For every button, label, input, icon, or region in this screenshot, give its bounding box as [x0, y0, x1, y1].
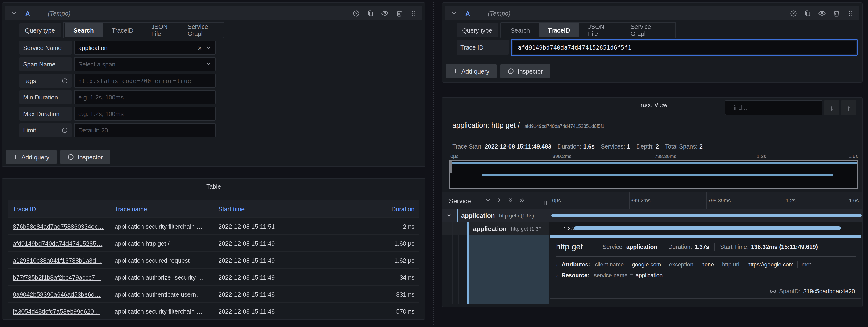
summary-value: 1 — [627, 143, 630, 150]
find-next-arrow-down-icon[interactable]: ↓ — [824, 100, 839, 115]
span-duration-bar[interactable] — [574, 226, 841, 230]
tab-service-graph[interactable]: Service Graph — [179, 23, 223, 37]
drag-grip-icon[interactable] — [847, 10, 854, 17]
add-query-button[interactable]: +Add query — [6, 150, 56, 164]
column-resize-pause-handle-icon[interactable]: || — [544, 200, 548, 205]
info-circle-icon[interactable] — [62, 127, 68, 133]
copy-icon[interactable] — [804, 10, 811, 17]
help-circle-icon[interactable] — [353, 10, 360, 17]
tick-label: 1.2s — [756, 153, 766, 159]
tab-search[interactable]: Search — [501, 23, 539, 37]
help-circle-icon[interactable] — [790, 10, 797, 17]
attr-value: https://google.com — [747, 261, 794, 268]
trace-id-link[interactable]: afd9149bd740da74d47415285… — [13, 240, 102, 247]
table-row: a129810c33a041f16738b1a3d… application s… — [8, 251, 419, 268]
span-id-label: SpanID: — [779, 288, 800, 295]
trace-id-link[interactable]: fa3054d48dcfc7a53eb99d620… — [13, 308, 100, 315]
table-row: b77f735b2f1b3af2bc479accc7… application … — [8, 268, 419, 285]
summary-label: Trace Start: — [452, 143, 483, 150]
trace-id-input[interactable]: afd9149bd740da74d474152851d6f5f1 — [513, 40, 856, 54]
add-query-button[interactable]: +Add query — [446, 64, 496, 78]
chevron-down-icon[interactable] — [206, 45, 211, 51]
timeline-minimap-brush[interactable] — [450, 160, 858, 189]
tab-service-graph[interactable]: Service Graph — [622, 23, 674, 37]
duration-cell: 1.60 µs — [317, 235, 419, 252]
trace-name-cell: application http get / — [110, 235, 214, 252]
column-header-trace-id[interactable]: Trace ID — [8, 205, 110, 212]
max-duration-input[interactable] — [74, 106, 216, 121]
double-chevron-right-icon[interactable] — [519, 197, 525, 205]
trash-icon[interactable] — [833, 10, 840, 17]
trace-id-link[interactable]: a129810c33a041f16738b1a3d… — [13, 257, 102, 264]
tags-row: Tags — [19, 73, 216, 88]
min-duration-input[interactable] — [74, 90, 216, 104]
service-name-row: Service Name × — [19, 40, 216, 55]
summary-value: 1.6s — [583, 143, 595, 150]
tags-input[interactable] — [74, 73, 216, 88]
summary-label: Duration: — [557, 143, 581, 150]
span-row-child-selected[interactable]: application http get (1.37 1.37s — [442, 222, 862, 235]
info-circle-icon[interactable] — [62, 77, 68, 84]
collapse-chevron-down-icon[interactable] — [11, 10, 17, 16]
service-name-input[interactable] — [74, 44, 197, 51]
duration-cell: 331 ns — [317, 286, 419, 303]
attributes-toggle-row[interactable]: › Attributes: client.name=google.com exc… — [550, 257, 861, 268]
trace-id-link[interactable]: b77f735b2f1b3af2bc479accc7… — [13, 274, 101, 281]
tab-traceid[interactable]: TraceID — [539, 23, 579, 37]
span-id-value: 319c5dadbdac4e20 — [803, 288, 855, 295]
chevron-down-icon[interactable] — [446, 212, 452, 218]
split-pane-divider[interactable] — [433, 2, 434, 325]
column-header-trace-name[interactable]: Trace name — [110, 205, 214, 212]
chevron-right-icon[interactable] — [496, 197, 502, 205]
tab-json-file[interactable]: JSON File — [142, 23, 179, 37]
timeline-header-row: Service … || 0μs 399.2ms 798.39ms 1.2s 1… — [442, 192, 862, 209]
span-row-root[interactable]: application http get / (1.6s) — [442, 209, 862, 222]
link-icon[interactable] — [770, 288, 776, 295]
max-duration-row: Max Duration — [19, 106, 216, 121]
collapse-chevron-down-icon[interactable] — [451, 10, 457, 16]
find-input[interactable] — [725, 100, 823, 115]
info-circle-icon — [67, 154, 74, 160]
span-duration-bar[interactable] — [551, 214, 862, 217]
meta-label: Duration: — [668, 244, 692, 250]
start-time-cell: 2022-12-08 15:11:48 — [214, 286, 317, 303]
trash-icon[interactable] — [396, 10, 403, 17]
tick-label: 1.6s — [849, 198, 859, 203]
span-detail-title: http get — [556, 242, 583, 252]
copy-icon[interactable] — [367, 10, 374, 17]
trace-name-cell: application secured request — [110, 252, 214, 269]
span-name-input[interactable] — [74, 61, 206, 68]
column-header-duration[interactable]: Duration — [317, 205, 419, 212]
limit-input[interactable] — [74, 123, 216, 137]
span-detail-panel: http get Service: application Duration: … — [550, 238, 861, 299]
chevron-down-icon[interactable] — [206, 61, 211, 67]
trace-id-link[interactable]: 876b58e84ad7ae758860334ec… — [13, 223, 104, 230]
trace-id-link[interactable]: 8a9042b58396a646ad53be6d… — [13, 291, 101, 298]
table-row: afd9149bd740da74d47415285… application h… — [8, 234, 419, 251]
inspector-button[interactable]: Inspector — [500, 64, 550, 78]
eye-icon[interactable] — [381, 9, 389, 17]
column-header-start-time[interactable]: Start time — [214, 205, 317, 212]
resource-toggle-row[interactable]: › Resource: service.name=application — [550, 268, 861, 279]
query-type-tabs: Query type Search TraceID JSON File Serv… — [19, 22, 224, 38]
inspector-button[interactable]: Inspector — [60, 150, 110, 164]
trace-name-cell: application authenticate usern… — [110, 286, 214, 303]
eye-icon[interactable] — [818, 9, 826, 17]
chevron-down-icon[interactable] — [485, 197, 491, 205]
span-name-label: Span Name — [23, 61, 55, 68]
drag-grip-icon[interactable] — [410, 10, 416, 17]
table-panel: Table Trace ID Trace name Start time Dur… — [2, 178, 425, 320]
clear-x-icon[interactable]: × — [197, 44, 202, 51]
tab-json-file[interactable]: JSON File — [579, 23, 622, 37]
tick-label: 399.2ms — [630, 198, 650, 203]
double-chevron-down-icon[interactable] — [507, 197, 513, 205]
duration-cell: 1.62 µs — [317, 252, 419, 269]
tab-search[interactable]: Search — [64, 23, 103, 37]
minimap-drag-handle[interactable] — [450, 161, 452, 173]
tab-traceid[interactable]: TraceID — [103, 23, 143, 37]
minimap-span-bar — [451, 162, 857, 164]
span-name-select — [74, 57, 216, 71]
find-prev-arrow-up-icon[interactable]: ↑ — [841, 100, 857, 115]
meta-value: 136.32ms (15:11:49.619) — [751, 244, 818, 250]
tick-label: 798.39ms — [654, 153, 676, 159]
